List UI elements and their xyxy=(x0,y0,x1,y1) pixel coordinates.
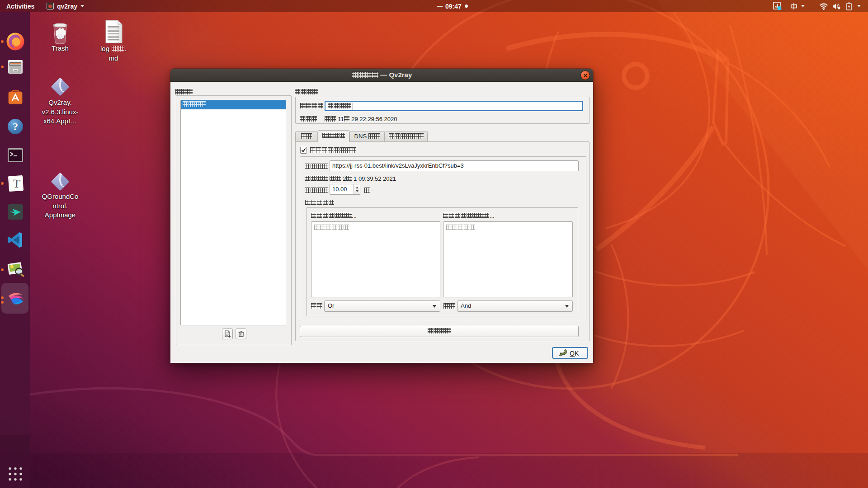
svg-text:T: T xyxy=(13,177,20,191)
svg-text:?: ? xyxy=(13,121,18,132)
